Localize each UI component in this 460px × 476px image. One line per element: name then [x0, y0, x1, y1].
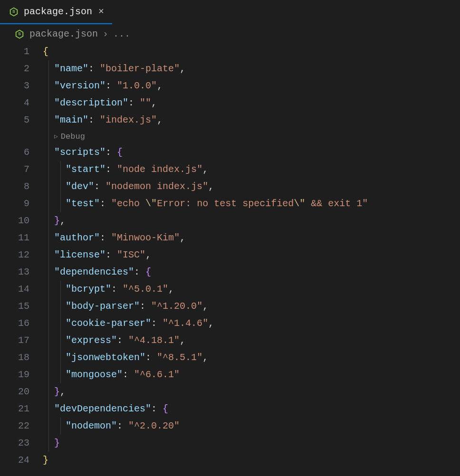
code-line[interactable]: 13 "dependencies": {	[0, 264, 460, 281]
line-number: 6	[0, 144, 43, 161]
json-value: ^8.5.1	[163, 352, 197, 363]
line-number: 10	[0, 212, 43, 229]
breadcrumb[interactable]: package.json › ...	[0, 25, 460, 43]
close-icon[interactable]: ×	[97, 6, 105, 17]
line-number: 7	[0, 161, 43, 178]
json-key: dev	[71, 181, 88, 192]
code-line[interactable]: 18 "jsonwebtoken": "^8.5.1",	[0, 349, 460, 366]
code-line[interactable]: 5 "main": "index.js",	[0, 112, 460, 129]
json-value: node index.js	[123, 164, 197, 175]
json-value: ^6.6.1	[140, 369, 174, 380]
breadcrumb-ellipsis[interactable]: ...	[113, 29, 130, 39]
code-line[interactable]: 16 "cookie-parser": "^1.4.6",	[0, 315, 460, 332]
json-key: bcrypt	[71, 284, 105, 295]
json-value: ^4.18.1	[134, 335, 174, 346]
line-number: 14	[0, 281, 43, 298]
code-line[interactable]: 6 "scripts": {	[0, 144, 460, 161]
json-escape: \"	[145, 198, 157, 209]
json-value: nodemon index.js	[111, 181, 202, 192]
json-key: test	[71, 198, 94, 209]
code-line[interactable]: 3 "version": "1.0.0",	[0, 77, 460, 95]
code-line[interactable]: 11 "author": "Minwoo-Kim",	[0, 229, 460, 247]
code-editor[interactable]: 1 { 2 "name": "boiler-plate", 3 "version…	[0, 43, 460, 469]
json-key: author	[60, 232, 94, 243]
code-line[interactable]: 1 {	[0, 43, 460, 60]
line-number: 19	[0, 366, 43, 383]
line-number: 1	[0, 43, 43, 60]
json-value: ^2.0.20	[134, 420, 174, 431]
play-icon: ▷	[54, 130, 58, 144]
line-number: 9	[0, 195, 43, 212]
code-line[interactable]: 9 "test": "echo \"Error: no test specifi…	[0, 195, 460, 212]
json-value: echo	[117, 198, 145, 209]
tab-label: package.json	[24, 6, 92, 17]
code-line[interactable]: 17 "express": "^4.18.1",	[0, 332, 460, 349]
json-value: ^5.0.1	[128, 284, 163, 295]
line-number: 2	[0, 60, 43, 77]
line-number: 16	[0, 315, 43, 332]
chevron-right-icon: ›	[103, 29, 108, 39]
code-line[interactable]: 8 "dev": "nodemon index.js",	[0, 178, 460, 195]
json-key: mongoose	[71, 369, 117, 380]
codelens-label: Debug	[61, 130, 85, 144]
json-value: 1.0.0	[123, 80, 151, 91]
json-key: jsonwebtoken	[71, 352, 140, 363]
json-key: scripts	[60, 147, 100, 158]
json-key: name	[60, 63, 83, 74]
line-number: 5	[0, 112, 43, 129]
code-line[interactable]: 14 "bcrypt": "^5.0.1",	[0, 281, 460, 298]
json-value: index.js	[105, 114, 151, 125]
line-number: 20	[0, 383, 43, 400]
code-line[interactable]: 20 },	[0, 383, 460, 400]
tab-bar: package.json ×	[0, 0, 460, 25]
json-key: start	[71, 164, 100, 175]
line-number: 13	[0, 264, 43, 281]
code-line[interactable]: 23 }	[0, 435, 460, 452]
code-line[interactable]: 12 "license": "ISC",	[0, 247, 460, 264]
code-line[interactable]: 21 "devDependencies": {	[0, 400, 460, 418]
json-value: ISC	[123, 249, 140, 260]
code-line[interactable]: 19 "mongoose": "^6.6.1"	[0, 366, 460, 383]
json-escape: \"	[294, 198, 305, 209]
json-key: cookie-parser	[71, 318, 145, 329]
json-key: description	[60, 97, 123, 108]
json-value: ^1.4.6	[168, 318, 202, 329]
line-number: 12	[0, 247, 43, 264]
codelens-row: ▷Debug	[0, 129, 460, 144]
nodejs-icon	[14, 29, 25, 39]
line-number: 21	[0, 400, 43, 418]
json-value: && exit 1	[305, 198, 362, 209]
json-value: ^1.20.0	[157, 301, 197, 312]
json-key: license	[60, 249, 100, 260]
code-line[interactable]: 4 "description": "",	[0, 95, 460, 112]
line-number: 17	[0, 332, 43, 349]
line-number: 23	[0, 435, 43, 452]
code-line[interactable]: 2 "name": "boiler-plate",	[0, 60, 460, 77]
json-key: nodemon	[71, 420, 111, 431]
nodejs-icon	[9, 7, 19, 17]
line-number: 22	[0, 418, 43, 435]
json-key: devDependencies	[60, 403, 145, 414]
breadcrumb-file[interactable]: package.json	[29, 29, 98, 39]
tab-package-json[interactable]: package.json ×	[0, 0, 112, 24]
line-number: 24	[0, 452, 43, 469]
json-key: main	[60, 114, 83, 125]
json-value: boiler-plate	[105, 63, 174, 74]
line-number: 8	[0, 178, 43, 195]
codelens-debug[interactable]: ▷Debug	[43, 130, 85, 144]
json-value: Error: no test specified	[157, 198, 294, 209]
line-number: 11	[0, 229, 43, 247]
code-line[interactable]: 10 },	[0, 212, 460, 229]
code-line[interactable]: 22 "nodemon": "^2.0.20"	[0, 418, 460, 435]
line-number: 15	[0, 298, 43, 315]
json-key: version	[60, 80, 100, 91]
code-line[interactable]: 15 "body-parser": "^1.20.0",	[0, 298, 460, 315]
code-line[interactable]: 24 }	[0, 452, 460, 469]
json-key: body-parser	[71, 301, 134, 312]
line-number: 18	[0, 349, 43, 366]
line-number: 4	[0, 95, 43, 112]
json-key: express	[71, 335, 111, 346]
json-key: dependencies	[60, 267, 128, 277]
json-value: Minwoo-Kim	[117, 232, 174, 243]
code-line[interactable]: 7 "start": "node index.js",	[0, 161, 460, 178]
